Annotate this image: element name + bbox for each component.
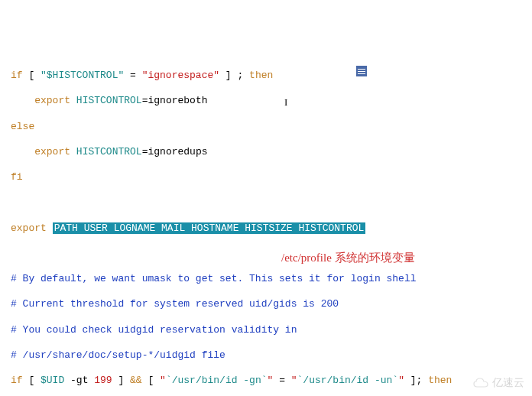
cloud-icon (472, 377, 489, 389)
watermark-text: 亿速云 (492, 376, 524, 390)
comment: # Current threshold for system reserved … (11, 298, 339, 310)
menu-icon (356, 66, 367, 76)
highlighted-vars: PATH USER LOGNAME MAIL HOSTNAME HISTSIZE… (53, 222, 366, 234)
comment: # /usr/share/doc/setup-*/uidgid file (11, 349, 225, 361)
text-cursor-icon: I (284, 96, 287, 109)
keyword-if: if (11, 70, 23, 81)
comment: # You could check uidgid reservation val… (11, 324, 297, 336)
code-block: if [ "$HISTCONTROL" = "ignorespace" ] ; … (11, 57, 521, 397)
comment: # By default, we want umask to get set. … (11, 273, 417, 284)
keyword-fi: fi (11, 171, 23, 183)
keyword-else: else (11, 121, 34, 132)
watermark: 亿速云 (472, 376, 524, 390)
annotation-label: /etc/profile 系统的环境变量 (281, 251, 415, 265)
